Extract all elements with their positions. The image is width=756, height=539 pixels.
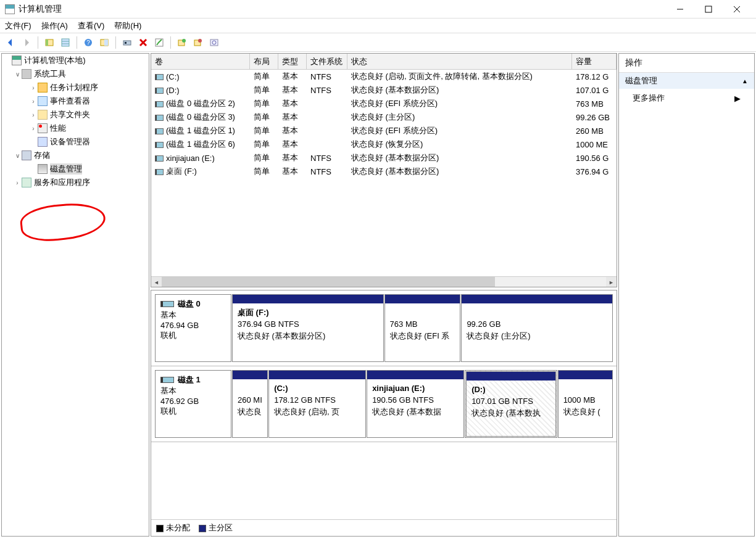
actions-pane: 操作 磁盘管理 ▲ 更多操作 ▶ [618,53,755,537]
disk-icon [38,164,48,174]
svg-rect-14 [125,42,127,44]
partition-bar [462,295,612,303]
back-button[interactable] [4,36,17,49]
event-icon [38,96,48,106]
tree-shared-folders[interactable]: ›共享文件夹 [2,108,149,121]
center-pane: 卷 布局 类型 文件系统 状态 容量 (C:)简单基本NTFS状态良好 (启动,… [151,53,617,537]
col-capacity[interactable]: 容量 [572,54,617,69]
disk0-part-primary[interactable]: 99.26 GB状态良好 (主分区) [461,294,613,362]
disk0-part-f[interactable]: 桌面 (F:)376.94 GB NTFS状态良好 (基本数据分区) [232,294,384,362]
volume-icon [155,155,164,162]
tree-system-tools[interactable]: ∨系统工具 [2,67,149,81]
disk-row-1: 磁盘 1 基本 476.92 GB 联机 260 MI状态良 (C:)178.1… [151,366,617,442]
volume-row[interactable]: (磁盘 0 磁盘分区 2)简单基本状态良好 (EFI 系统分区)763 MB [151,97,617,110]
partition-bar [269,371,365,379]
tree-disk-management[interactable]: 磁盘管理 [2,162,149,176]
volume-list[interactable]: 卷 布局 类型 文件系统 状态 容量 (C:)简单基本NTFS状态良好 (启动,… [151,53,617,287]
partition-bar [233,295,383,303]
tree-services-apps[interactable]: ›服务和应用程序 [2,176,149,189]
tree-event-viewer[interactable]: ›事件查看器 [2,94,149,108]
col-fs[interactable]: 文件系统 [307,54,347,69]
rescan-button[interactable] [120,36,134,49]
annotation-circle [19,200,107,244]
tree-task-scheduler[interactable]: ›任务计划程序 [2,81,149,94]
maximize-button[interactable] [694,1,723,18]
server-icon [12,56,22,65]
delete-button[interactable] [136,36,150,49]
volume-row[interactable]: (C:)简单基本NTFS状态良好 (启动, 页面文件, 故障转储, 基本数据分区… [151,70,617,83]
svg-rect-5 [46,39,48,46]
volume-icon [155,88,164,94]
view-list-button[interactable] [59,36,72,49]
legend-primary-icon [199,525,206,532]
window-title: 计算机管理 [19,4,666,15]
disk0-info[interactable]: 磁盘 0 基本 476.94 GB 联机 [155,294,231,362]
tree-performance[interactable]: ›性能 [2,121,149,135]
disk1-info[interactable]: 磁盘 1 基本 476.92 GB 联机 [155,370,231,438]
minimize-button[interactable] [666,1,694,18]
disk1-part-e[interactable]: xinjiajuan (E:)190.56 GB NTFS状态良好 (基本数据 [367,370,464,438]
disk0-part-efi[interactable]: 763 MB状态良好 (EFI 系 [384,294,461,362]
action1-button[interactable] [175,36,189,49]
tree-device-manager[interactable]: 设备管理器 [2,135,149,149]
scroll-right-icon[interactable]: ► [606,277,617,287]
volume-icon [155,142,164,148]
scroll-left-icon[interactable]: ◄ [151,277,162,287]
disk1-part-efi[interactable]: 260 MI状态良 [232,370,268,438]
volume-row[interactable]: (D:)简单基本NTFS状态良好 (基本数据分区)107.01 G [151,83,617,97]
action2-button[interactable] [191,36,205,49]
partition-bar [233,371,267,379]
volume-row[interactable]: 桌面 (F:)简单基本NTFS状态良好 (基本数据分区)376.94 G [151,165,617,178]
svg-rect-6 [62,39,69,46]
menubar: 文件(F) 操作(A) 查看(V) 帮助(H) [0,19,756,33]
col-volume[interactable]: 卷 [151,54,250,69]
menu-help[interactable]: 帮助(H) [114,20,141,31]
task-icon [38,83,48,93]
volume-icon [155,74,164,80]
toolbar-sep [170,36,171,49]
folder-icon [38,110,48,120]
legend: 未分配 主分区 [151,519,617,536]
storage-icon [22,150,31,160]
main: 计算机管理(本地) ∨系统工具 ›任务计划程序 ›事件查看器 ›共享文件夹 ›性… [0,52,756,538]
volume-row[interactable]: (磁盘 1 磁盘分区 6)简单基本状态良好 (恢复分区)1000 ME [151,138,617,151]
menu-action[interactable]: 操作(A) [41,20,68,31]
volume-icon [155,115,164,121]
actions-title: 操作 [619,54,754,73]
partition-bar [385,295,460,303]
disk1-part-c[interactable]: (C:)178.12 GB NTFS状态良好 (启动, 页 [268,370,366,438]
help-button[interactable]: ? [81,36,95,49]
menu-view[interactable]: 查看(V) [78,20,104,31]
volume-row[interactable]: (磁盘 1 磁盘分区 1)简单基本状态良好 (EFI 系统分区)260 MB [151,124,617,138]
tree-root[interactable]: 计算机管理(本地) [2,54,149,67]
tree-pane[interactable]: 计算机管理(本地) ∨系统工具 ›任务计划程序 ›事件查看器 ›共享文件夹 ›性… [1,53,149,537]
disk1-part-d[interactable]: (D:)107.01 GB NTFS状态良好 (基本数执 [465,370,557,438]
scroll-thumb[interactable] [162,277,495,287]
show-hide-tree-button[interactable] [43,36,56,49]
panel-button[interactable] [98,36,111,49]
col-status[interactable]: 状态 [347,54,572,69]
volume-row[interactable]: (磁盘 0 磁盘分区 3)简单基本状态良好 (主分区)99.26 GB [151,110,617,124]
forward-button[interactable] [20,36,33,49]
toolbar: ? [0,33,756,52]
actions-more[interactable]: 更多操作 ▶ [619,89,754,107]
svg-rect-12 [104,39,108,46]
disk-icon [160,301,174,307]
col-type[interactable]: 类型 [278,54,307,69]
refresh-button[interactable] [207,36,221,49]
volume-row[interactable]: xinjiajuan (E:)简单基本NTFS状态良好 (基本数据分区)190.… [151,151,617,165]
volume-icon [155,128,164,134]
properties-button[interactable] [152,36,166,49]
tree-storage[interactable]: ∨存储 [2,149,149,162]
close-button[interactable] [723,1,751,18]
actions-group-disk[interactable]: 磁盘管理 ▲ [619,73,754,89]
device-icon [38,137,48,147]
partition-bar [559,371,612,379]
volume-rows: (C:)简单基本NTFS状态良好 (启动, 页面文件, 故障转储, 基本数据分区… [151,70,617,178]
volume-icon [155,101,164,107]
menu-file[interactable]: 文件(F) [5,20,31,31]
disk1-part-recovery[interactable]: 1000 MB状态良好 ( [558,370,613,438]
col-layout[interactable]: 布局 [250,54,278,69]
svg-point-17 [182,39,186,43]
volume-hscroll[interactable]: ◄ ► [151,276,617,287]
